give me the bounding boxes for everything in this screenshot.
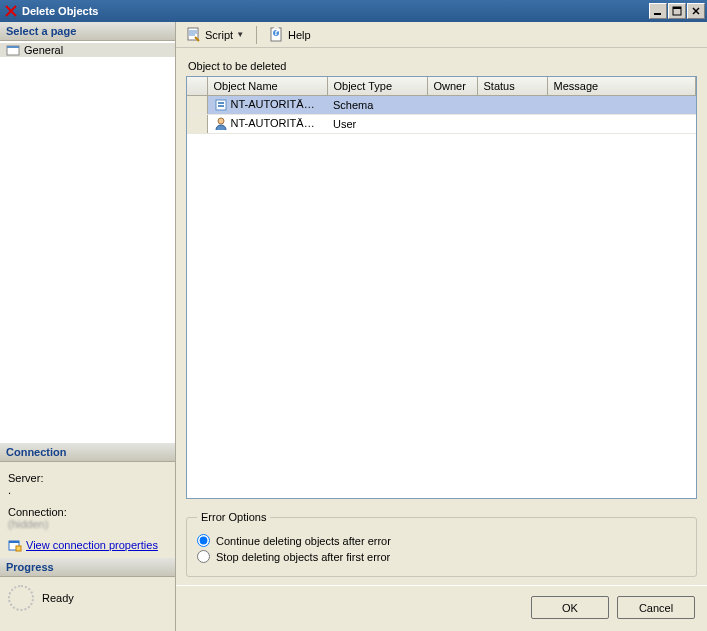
progress-status: Ready xyxy=(42,592,74,604)
cell-object-name: NT-AUTORITÄT\... xyxy=(231,117,323,129)
cell-status xyxy=(477,115,547,134)
radio-stop-label: Stop deleting objects after first error xyxy=(216,551,390,563)
main-panel: Script ▼ ? Help Object to be deleted Obj… xyxy=(176,22,707,631)
cell-owner xyxy=(427,96,477,115)
page-icon xyxy=(6,44,20,56)
svg-rect-4 xyxy=(673,7,681,9)
progress-header: Progress xyxy=(0,558,175,577)
table-row[interactable]: NT-AUTORITÄT\...User xyxy=(187,115,696,134)
progress-spinner-icon xyxy=(8,585,34,611)
svg-text:?: ? xyxy=(273,27,280,37)
connection-label: Connection: xyxy=(8,506,167,518)
help-label: Help xyxy=(288,29,311,41)
col-message[interactable]: Message xyxy=(547,77,696,96)
progress-panel: Ready xyxy=(0,577,175,631)
connection-value: (hidden) xyxy=(8,518,167,530)
connection-panel: Server: . Connection: (hidden) View conn… xyxy=(0,462,175,558)
close-button[interactable] xyxy=(687,3,705,19)
cell-object-type: User xyxy=(327,115,427,134)
toolbar: Script ▼ ? Help xyxy=(176,22,707,48)
object-icon xyxy=(214,98,228,112)
dropdown-arrow-icon: ▼ xyxy=(236,30,244,39)
cell-message xyxy=(547,115,696,134)
svg-rect-8 xyxy=(7,46,19,48)
script-button[interactable]: Script ▼ xyxy=(182,25,248,45)
dialog-buttons: OK Cancel xyxy=(176,585,707,631)
window-title: Delete Objects xyxy=(22,5,648,17)
minimize-button[interactable] xyxy=(649,3,667,19)
col-object-type[interactable]: Object Type xyxy=(327,77,427,96)
connection-header: Connection xyxy=(0,443,175,462)
table-row[interactable]: NT-AUTORITÄT\...Schema xyxy=(187,96,696,115)
cell-message xyxy=(547,96,696,115)
script-icon xyxy=(186,27,202,43)
page-item-general[interactable]: General xyxy=(0,43,175,57)
objects-grid[interactable]: Object Name Object Type Owner Status Mes… xyxy=(186,76,697,499)
error-options-legend: Error Options xyxy=(197,511,270,523)
object-icon xyxy=(214,117,228,131)
maximize-button[interactable] xyxy=(668,3,686,19)
svg-rect-17 xyxy=(218,102,224,104)
col-status[interactable]: Status xyxy=(477,77,547,96)
svg-rect-18 xyxy=(218,105,224,107)
row-header-col xyxy=(187,77,207,96)
sidebar: Select a page General Connection Server:… xyxy=(0,22,176,631)
grid-header-row: Object Name Object Type Owner Status Mes… xyxy=(187,77,696,96)
server-value: . xyxy=(8,484,167,496)
view-connection-properties-label: View connection properties xyxy=(26,539,158,551)
view-connection-properties-link[interactable]: View connection properties xyxy=(8,538,167,552)
svg-rect-10 xyxy=(9,541,19,543)
toolbar-separator xyxy=(256,26,257,44)
svg-point-19 xyxy=(218,118,224,124)
radio-continue-input[interactable] xyxy=(197,534,210,547)
cancel-button[interactable]: Cancel xyxy=(617,596,695,619)
select-page-header: Select a page xyxy=(0,22,175,41)
help-button[interactable]: ? Help xyxy=(265,25,315,45)
app-icon xyxy=(4,4,18,18)
cell-owner xyxy=(427,115,477,134)
titlebar: Delete Objects xyxy=(0,0,707,22)
radio-stop[interactable]: Stop deleting objects after first error xyxy=(197,550,686,563)
cell-object-type: Schema xyxy=(327,96,427,115)
properties-icon xyxy=(8,538,22,552)
ok-button[interactable]: OK xyxy=(531,596,609,619)
radio-continue[interactable]: Continue deleting objects after error xyxy=(197,534,686,547)
radio-stop-input[interactable] xyxy=(197,550,210,563)
server-label: Server: xyxy=(8,472,167,484)
section-label: Object to be deleted xyxy=(188,60,697,72)
cell-object-name: NT-AUTORITÄT\... xyxy=(231,98,323,110)
radio-continue-label: Continue deleting objects after error xyxy=(216,535,391,547)
help-icon: ? xyxy=(269,27,285,43)
col-object-name[interactable]: Object Name xyxy=(207,77,327,96)
col-owner[interactable]: Owner xyxy=(427,77,477,96)
svg-rect-11 xyxy=(16,546,21,551)
script-label: Script xyxy=(205,29,233,41)
cell-status xyxy=(477,96,547,115)
svg-rect-2 xyxy=(654,13,661,15)
error-options-group: Error Options Continue deleting objects … xyxy=(186,511,697,577)
page-item-label: General xyxy=(24,44,63,56)
